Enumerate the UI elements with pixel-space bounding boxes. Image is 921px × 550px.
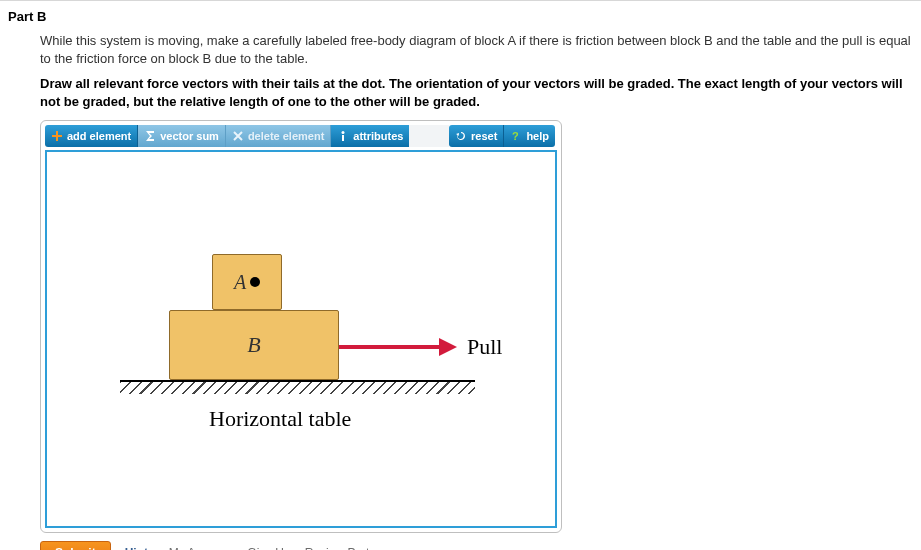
help-label: help [526,130,549,142]
attributes-button[interactable]: attributes [331,125,409,147]
attributes-label: attributes [353,130,403,142]
help-button[interactable]: ? help [504,125,555,147]
info-icon [337,130,349,142]
x-icon [232,130,244,142]
table-label: Horizontal table [209,406,351,432]
pull-arrow [339,340,459,354]
svg-text:?: ? [512,130,519,142]
question-icon: ? [510,130,522,142]
drawing-toolbar: add element vector sum delete element [45,125,557,147]
vector-sum-button[interactable]: vector sum [138,125,226,147]
block-b: B [169,310,339,380]
vector-sum-label: vector sum [160,130,219,142]
prompt-text: While this system is moving, make a care… [40,32,911,67]
drawing-widget: add element vector sum delete element [40,120,562,533]
plus-icon [51,130,63,142]
reset-icon [455,130,467,142]
drawing-canvas[interactable]: A B Pull Horizontal table [45,150,557,528]
add-element-button[interactable]: add element [45,125,138,147]
my-answers-link[interactable]: My Answers [169,546,234,550]
diagram: A B Pull Horizontal table [105,236,500,476]
svg-point-0 [342,131,345,134]
submit-button[interactable]: Submit [40,541,111,550]
pull-label: Pull [467,334,502,360]
block-a-label: A [234,271,246,294]
give-up-link[interactable]: Give Up [247,546,290,550]
delete-element-button[interactable]: delete element [226,125,331,147]
reset-label: reset [471,130,497,142]
hints-link[interactable]: Hints [125,546,155,550]
reset-button[interactable]: reset [449,125,504,147]
sigma-icon [144,130,156,142]
add-element-label: add element [67,130,131,142]
block-b-label: B [247,332,260,358]
delete-element-label: delete element [248,130,324,142]
table-hatching [120,382,475,394]
part-heading: Part B [0,9,921,32]
block-a: A [212,254,282,310]
svg-rect-1 [342,135,344,141]
review-part-link[interactable]: Review Part [305,546,370,550]
instruction-text: Draw all relevant force vectors with the… [40,75,911,110]
toolbar-spacer [409,125,449,147]
block-a-dot [250,277,260,287]
answer-footer: Submit Hints My Answers Give Up Review P… [40,533,911,550]
